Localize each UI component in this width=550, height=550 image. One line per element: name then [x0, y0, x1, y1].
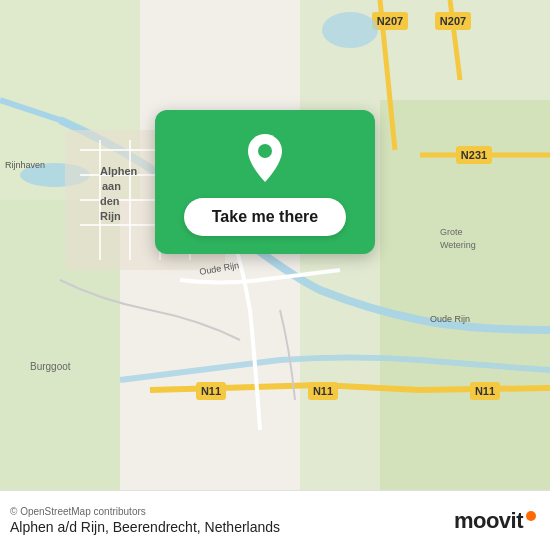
popup-card: Take me there — [155, 110, 375, 254]
svg-text:N231: N231 — [461, 149, 487, 161]
svg-text:Oude Rijn: Oude Rijn — [430, 314, 470, 324]
location-label: Alphen a/d Rijn, Beerendrecht, Netherlan… — [10, 519, 280, 535]
moovit-logo-dot — [526, 511, 536, 521]
svg-text:Alphen: Alphen — [100, 165, 138, 177]
svg-text:Rijn: Rijn — [100, 210, 121, 222]
svg-text:den: den — [100, 195, 120, 207]
svg-text:N207: N207 — [440, 15, 466, 27]
svg-text:N207: N207 — [377, 15, 403, 27]
moovit-logo: moovit — [454, 508, 536, 534]
copyright-text: © OpenStreetMap contributors — [10, 506, 280, 517]
svg-point-38 — [258, 144, 272, 158]
svg-text:aan: aan — [102, 180, 121, 192]
svg-point-37 — [322, 12, 378, 48]
svg-text:Rijnhaven: Rijnhaven — [5, 160, 45, 170]
svg-text:N11: N11 — [475, 385, 495, 397]
location-pin-icon — [243, 132, 287, 184]
map-container[interactable]: Alphen aan den Rijn N207 N207 N231 N11 N… — [0, 0, 550, 490]
svg-text:Burggoot: Burggoot — [30, 361, 71, 372]
svg-text:Wetering: Wetering — [440, 240, 476, 250]
svg-text:N11: N11 — [201, 385, 221, 397]
bottom-bar: © OpenStreetMap contributors Alphen a/d … — [0, 490, 550, 550]
take-me-there-button[interactable]: Take me there — [184, 198, 346, 236]
svg-text:N11: N11 — [313, 385, 333, 397]
moovit-logo-text: moovit — [454, 508, 523, 534]
bottom-left-info: © OpenStreetMap contributors Alphen a/d … — [10, 506, 280, 535]
svg-text:Grote: Grote — [440, 227, 463, 237]
